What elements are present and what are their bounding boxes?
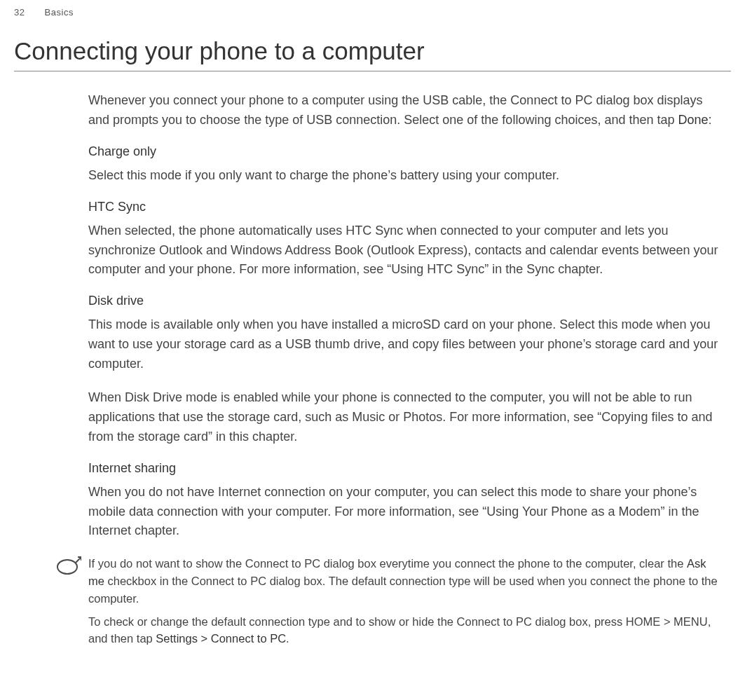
note-p1-before: If you do not want to show the Connect t… xyxy=(88,557,687,570)
charge-only-heading: Charge only xyxy=(88,144,724,159)
intro-text-after: : xyxy=(709,113,712,127)
page-header: 32 Basics xyxy=(14,7,731,18)
internet-sharing-heading: Internet sharing xyxy=(88,461,724,476)
page-number: 32 xyxy=(14,7,25,18)
disk-drive-body-2: When Disk Drive mode is enabled while yo… xyxy=(88,388,724,447)
note-settings-label: Settings > Connect to PC xyxy=(156,632,286,645)
note-p1-after: checkbox in the Connect to PC dialog box… xyxy=(88,575,718,605)
svg-point-0 xyxy=(57,560,77,574)
note-p2-after: . xyxy=(286,632,289,645)
tip-icon xyxy=(55,556,81,580)
note-paragraph-2: To check or change the default connectio… xyxy=(88,613,724,648)
section-name: Basics xyxy=(45,7,74,18)
note-paragraph-1: If you do not want to show the Connect t… xyxy=(88,555,724,607)
htc-sync-body: When selected, the phone automatically u… xyxy=(88,221,724,280)
page-title: Connecting your phone to a computer xyxy=(14,37,731,71)
charge-only-body: Select this mode if you only want to cha… xyxy=(88,166,724,186)
intro-text-before: Whenever you connect your phone to a com… xyxy=(88,93,703,127)
note-block: If you do not want to show the Connect t… xyxy=(55,555,724,653)
intro-done-label: Done xyxy=(678,113,709,127)
internet-sharing-body: When you do not have Internet connection… xyxy=(88,483,724,542)
htc-sync-heading: HTC Sync xyxy=(88,200,724,214)
main-content: Whenever you connect your phone to a com… xyxy=(88,91,724,541)
note-text: If you do not want to show the Connect t… xyxy=(88,555,724,653)
intro-paragraph: Whenever you connect your phone to a com… xyxy=(88,91,724,130)
disk-drive-heading: Disk drive xyxy=(88,294,724,308)
disk-drive-body-1: This mode is available only when you hav… xyxy=(88,315,724,374)
